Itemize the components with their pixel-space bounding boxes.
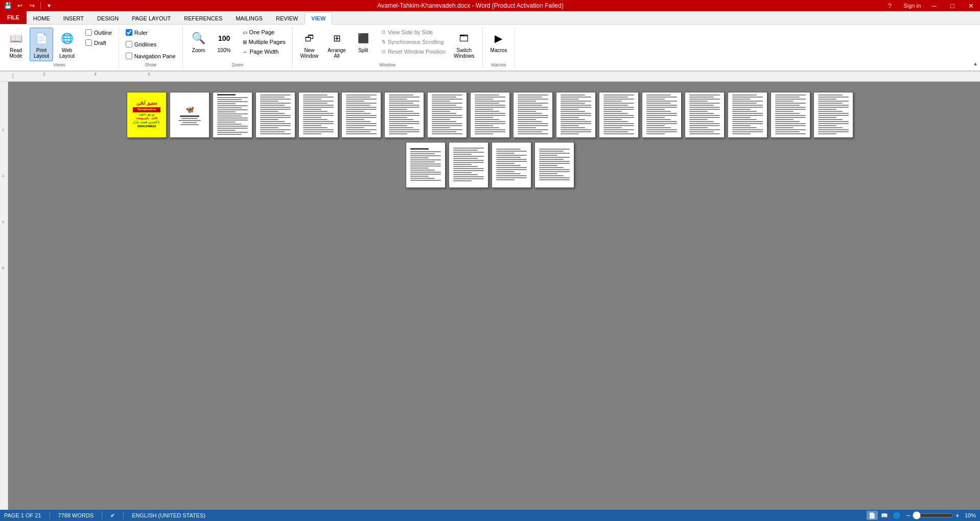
page-21-thumb[interactable]	[534, 142, 574, 188]
ruler-button[interactable]: Ruler	[123, 28, 150, 37]
zoom-group-label: Zoom	[187, 61, 288, 67]
page-14-thumb[interactable]	[685, 92, 725, 138]
gridlines-label: Gridlines	[134, 41, 156, 48]
ruler-mark-2: 2	[43, 72, 45, 77]
tab-home[interactable]: HOME	[27, 12, 57, 24]
new-window-button[interactable]: 🗗 NewWindow	[297, 28, 322, 61]
tab-file[interactable]: FILE	[0, 11, 27, 24]
restore-button[interactable]: □	[943, 0, 962, 11]
spelling-icon[interactable]: ✔	[110, 512, 115, 519]
ruler-mark-6: 6	[148, 72, 150, 77]
help-button[interactable]: ?	[884, 1, 895, 10]
page-19-thumb[interactable]	[449, 142, 488, 188]
zoom-out-button[interactable]: −	[906, 512, 911, 519]
zoom-btn-label: Zoom	[192, 48, 205, 53]
sync-scroll-icon: ⇅	[382, 39, 386, 44]
tab-page-layout[interactable]: PAGE LAYOUT	[125, 12, 177, 24]
page-13-thumb[interactable]	[642, 92, 682, 138]
outline-button[interactable]: Outline	[83, 28, 114, 37]
draft-button[interactable]: Draft	[83, 38, 114, 48]
macros-button[interactable]: ▶ Macros	[487, 28, 511, 56]
one-page-button[interactable]: ▭ One Page	[240, 28, 288, 37]
tab-insert[interactable]: INSERT	[57, 12, 90, 24]
pages-row-1: تحقیق آنلاین Tahighonline مرجع دانلود فا…	[127, 92, 853, 138]
gridlines-checkbox[interactable]	[126, 41, 132, 48]
sign-in-button[interactable]: Sign in	[899, 3, 925, 9]
read-mode-button[interactable]: 📖 ReadMode	[4, 28, 28, 61]
split-button[interactable]: ⬛ Split	[352, 28, 375, 56]
zoom-slider[interactable]	[913, 511, 953, 519]
document-area: 2 4 6 8 تحقیق آنلاین Tahighonline مرجع د…	[0, 82, 980, 510]
window-group-label: Window	[297, 61, 478, 67]
tab-references[interactable]: REFERENCES	[177, 12, 229, 24]
page-5-thumb[interactable]	[298, 92, 338, 138]
draft-label: Draft	[94, 40, 106, 46]
ribbon-expander[interactable]: ▲	[971, 27, 980, 68]
print-layout-status-btn[interactable]: 📄	[867, 511, 878, 520]
close-button[interactable]: ✕	[962, 0, 980, 11]
web-layout-button[interactable]: 🌐 WebLayout	[55, 28, 79, 61]
page-indicator[interactable]: PAGE 1 OF 21	[4, 512, 41, 518]
views-content: 📖 ReadMode 📄 PrintLayout 🌐 WebLayout Out…	[4, 28, 114, 61]
ribbon-group-macros: ▶ Macros Macros	[483, 27, 516, 68]
page-width-button[interactable]: ↔ Page Width	[240, 47, 288, 56]
page-8-thumb[interactable]	[427, 92, 467, 138]
word-count[interactable]: 7788 WORDS	[58, 512, 94, 518]
outline-label: Outline	[94, 30, 112, 36]
page-width-label: Page Width	[250, 49, 279, 55]
web-layout-icon: 🌐	[59, 30, 75, 46]
ruler-mark-4: 4	[94, 72, 97, 77]
customize-qa-button[interactable]: ▾	[43, 1, 55, 10]
navigation-pane-button[interactable]: Navigation Pane	[123, 51, 178, 61]
page-10-thumb[interactable]	[513, 92, 553, 138]
page-6-thumb[interactable]	[341, 92, 381, 138]
arrange-all-button[interactable]: ⊞ ArrangeAll	[324, 28, 349, 61]
view-side-by-side-button[interactable]: ⊡ View Side by Side	[379, 28, 448, 37]
web-layout-status-btn[interactable]: 🌐	[891, 511, 902, 520]
print-layout-button[interactable]: 📄 PrintLayout	[30, 28, 53, 61]
zoom-percentage[interactable]: 10%	[962, 512, 976, 518]
reset-window-button[interactable]: ⊡ Reset Window Position	[379, 47, 448, 56]
page-12-thumb[interactable]	[599, 92, 639, 138]
tab-mailings[interactable]: MAILINGS	[229, 12, 269, 24]
page-18-thumb[interactable]	[406, 142, 446, 188]
switch-windows-button[interactable]: 🗔 SwitchWindows	[450, 28, 478, 61]
page-16-thumb[interactable]	[771, 92, 810, 138]
language-indicator[interactable]: ENGLISH (UNITED STATES)	[132, 512, 205, 518]
zoom-in-button[interactable]: +	[955, 512, 960, 519]
nav-pane-label: Navigation Pane	[134, 53, 176, 59]
page-7-thumb[interactable]	[384, 92, 424, 138]
nav-pane-checkbox[interactable]	[126, 53, 132, 59]
page-9-thumb[interactable]	[470, 92, 510, 138]
ruler-checkbox[interactable]	[126, 29, 132, 36]
draft-checkbox[interactable]	[85, 39, 92, 46]
page-width-icon: ↔	[243, 49, 248, 55]
pages-container: تحقیق آنلاین Tahighonline مرجع دانلود فا…	[0, 82, 980, 510]
zoom-100-button[interactable]: 100 100%	[213, 28, 236, 56]
save-button[interactable]: 💾	[2, 1, 13, 10]
page-16-lines	[773, 92, 808, 137]
page-11-thumb[interactable]	[556, 92, 596, 138]
page-20-thumb[interactable]	[492, 142, 531, 188]
gridlines-button[interactable]: Gridlines	[123, 39, 159, 49]
new-window-icon: 🗗	[301, 30, 318, 46]
page-4-thumb[interactable]	[255, 92, 295, 138]
undo-button[interactable]: ↩	[14, 1, 26, 10]
tab-review[interactable]: REVIEW	[269, 12, 305, 24]
tab-view[interactable]: VIEW	[305, 12, 332, 25]
redo-button[interactable]: ↪	[27, 1, 38, 10]
zoom-dialog-button[interactable]: 🔍 Zoom	[187, 28, 211, 56]
multiple-pages-button[interactable]: ⊞ Multiple Pages	[240, 37, 288, 46]
sync-scroll-button[interactable]: ⇅ Synchronous Scrolling	[379, 37, 448, 46]
page-1-thumb[interactable]: تحقیق آنلاین Tahighonline مرجع دانلود فا…	[127, 92, 167, 138]
minimize-button[interactable]: ─	[925, 0, 943, 11]
page-2-thumb[interactable]: 🦋	[170, 92, 209, 138]
read-mode-status-btn[interactable]: 📖	[879, 511, 890, 520]
print-layout-icon: 📄	[33, 30, 50, 46]
page-3-thumb[interactable]	[213, 92, 252, 138]
page-15-thumb[interactable]	[728, 92, 767, 138]
tab-design[interactable]: DESIGN	[90, 12, 125, 24]
page-17-thumb[interactable]	[813, 92, 853, 138]
status-sep-3	[123, 512, 124, 519]
outline-checkbox[interactable]	[85, 29, 92, 36]
